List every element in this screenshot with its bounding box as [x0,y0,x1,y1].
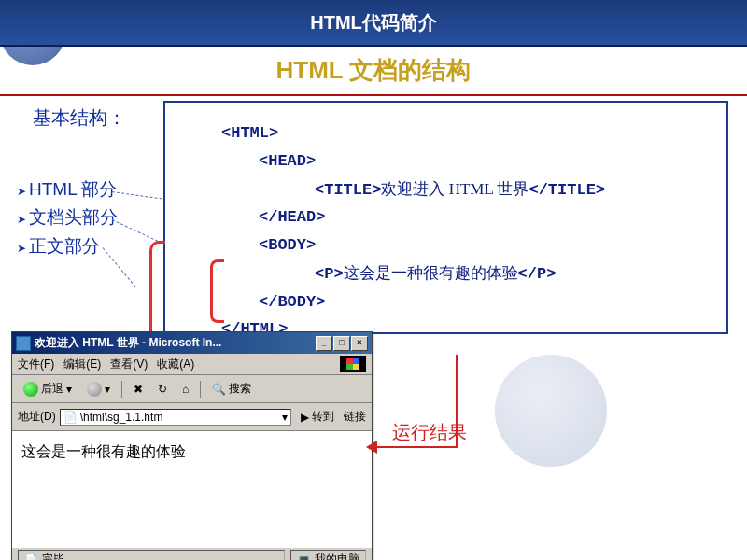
rendered-paragraph: 这会是一种很有趣的体验 [21,443,186,459]
address-path: \html\sg_1.1.htm [80,411,163,424]
code-text: 欢迎进入 HTML 世界 [381,180,529,198]
go-button[interactable]: ▶ 转到 [295,406,340,427]
code-example-box: <HTML> <HEAD> <TITLE>欢迎进入 HTML 世界</TITLE… [163,101,728,334]
maximize-button[interactable]: □ [333,336,350,351]
toolbar-separator [200,381,201,398]
back-label: 后退 [41,381,63,397]
connector-line [103,247,136,287]
dropdown-icon[interactable]: ▾ [282,411,288,424]
brace-head [210,259,224,323]
ie-title-text: 欢迎进入 HTML 世界 - Microsoft In... [35,335,316,351]
refresh-button[interactable]: ↻ [152,380,173,399]
result-label: 运行结果 [392,420,467,445]
code-tag: <TITLE> [315,181,381,199]
header-title: HTML代码简介 [310,10,437,35]
code-line: <P>这会是一种很有趣的体验</P> [315,259,717,288]
code-tag: </TITLE> [529,181,605,199]
ie-address-bar: 地址(D) 📄 \html\sg_1.1.htm ▾ ▶ 转到 链接 [12,403,372,431]
code-line: <BODY> [259,231,717,259]
status-done: 📄 完毕 [18,550,285,560]
search-label: 搜索 [229,381,251,397]
windows-flag-icon [340,356,366,372]
content-area: 基本结构： HTML 部分 文档头部分 正文部分 <HTML> <HEAD> <… [0,96,747,105]
links-label[interactable]: 链接 [344,409,366,425]
slide-subtitle: HTML 文档的结构 [0,47,747,96]
dropdown-icon: ▾ [66,383,72,396]
code-line: </HEAD> [259,203,717,231]
ie-menubar: 文件(F) 编辑(E) 查看(V) 收藏(A) [12,354,372,375]
ie-app-icon [16,336,31,351]
basic-structure-label: 基本结构： [33,105,126,131]
menu-favorites[interactable]: 收藏(A) [157,357,194,372]
menu-file[interactable]: 文件(F) [18,357,54,372]
status-zone-label: 我的电脑 [315,552,359,560]
ie-titlebar: 欢迎进入 HTML 世界 - Microsoft In... _ □ × [12,332,372,354]
code-text: 这会是一种很有趣的体验 [344,264,518,282]
forward-button[interactable]: ▾ [81,379,116,399]
code-tag: <P> [315,265,344,283]
code-line: <TITLE>欢迎进入 HTML 世界</TITLE> [315,175,717,204]
ie-toolbar: 后退 ▾ ▾ ✖ ↻ ⌂ 🔍 搜索 [12,375,372,403]
code-line: <HEAD> [259,147,717,175]
page-icon: 📄 [63,411,78,424]
computer-icon: 💻 [297,553,311,561]
address-label: 地址(D) [18,409,56,425]
background-globe [495,355,607,467]
menu-view[interactable]: 查看(V) [110,357,148,372]
go-label: 转到 [312,409,334,425]
back-arrow-icon [23,382,38,397]
bullet-html-part: HTML 部分 [17,175,118,203]
code-line: </BODY> [259,288,717,316]
home-button[interactable]: ⌂ [176,380,194,399]
done-icon: 📄 [24,553,38,561]
toolbar-separator [121,381,122,398]
search-icon: 🔍 [212,383,226,396]
search-button[interactable]: 🔍 搜索 [206,378,257,399]
address-input[interactable]: 📄 \html\sg_1.1.htm ▾ [60,409,291,426]
ie-page-content: 这会是一种很有趣的体验 [12,431,372,547]
bullet-head-part: 文档头部分 [17,203,118,231]
header-band: HTML代码简介 [0,0,747,47]
dropdown-icon: ▾ [105,383,110,396]
ie-statusbar: 📄 完毕 💻 我的电脑 [12,547,372,560]
stop-button[interactable]: ✖ [128,380,148,399]
status-zone: 💻 我的电脑 [290,550,366,560]
ie-browser-window: 欢迎进入 HTML 世界 - Microsoft In... _ □ × 文件(… [11,331,373,560]
code-tag: </P> [518,265,557,283]
back-button[interactable]: 后退 ▾ [18,378,78,399]
forward-arrow-icon [87,382,102,397]
menu-edit[interactable]: 编辑(E) [63,357,101,372]
go-icon: ▶ [301,411,309,424]
code-line: <HTML> [221,119,717,147]
status-done-label: 完毕 [42,552,64,560]
minimize-button[interactable]: _ [316,336,332,351]
close-button[interactable]: × [351,336,368,351]
